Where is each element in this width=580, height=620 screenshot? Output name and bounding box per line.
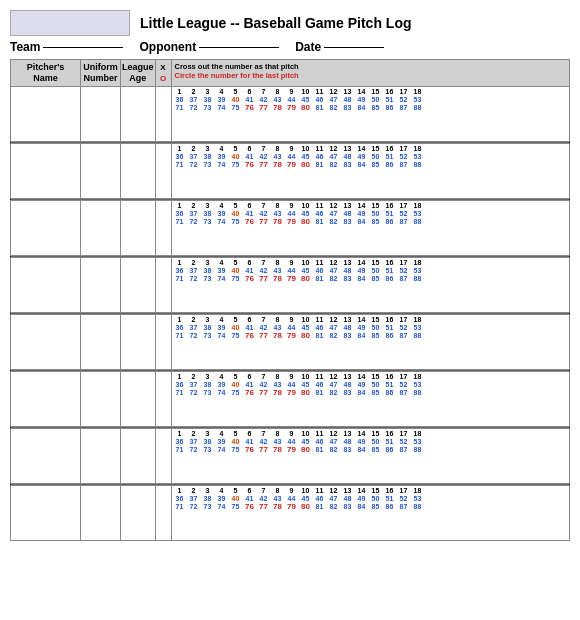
pitcher-name-cell[interactable] [11, 485, 81, 540]
pitch-num: 49 [355, 210, 369, 217]
pitch-num: 78 [271, 161, 285, 169]
pitch-num: 83 [341, 389, 355, 397]
pitch-num: 49 [355, 153, 369, 160]
pitcher-name-cell[interactable] [11, 143, 81, 198]
league-age-cell[interactable] [121, 143, 156, 198]
pitch-num: 86 [383, 218, 397, 226]
pitch-num: 76 [243, 389, 257, 397]
page-title: Little League -- Baseball Game Pitch Log [140, 15, 412, 31]
pitch-num: 4 [215, 430, 229, 437]
pitch-num: 72 [187, 275, 201, 283]
pitch-num: 74 [215, 332, 229, 340]
pitch-num: 41 [243, 381, 257, 388]
uniform-number-cell[interactable] [81, 428, 121, 483]
league-age-cell[interactable] [121, 428, 156, 483]
pitch-num: 77 [257, 275, 271, 283]
pitch-num: 8 [271, 316, 285, 323]
uniform-number-cell[interactable] [81, 371, 121, 426]
pitch-num: 7 [257, 88, 271, 95]
pitcher-name-cell[interactable] [11, 314, 81, 369]
pitch-num: 42 [257, 96, 271, 103]
team-line [43, 47, 123, 48]
pitch-num: 45 [299, 153, 313, 160]
pitch-num: 82 [327, 332, 341, 340]
pitch-num: 81 [313, 275, 327, 283]
pitch-num: 2 [187, 259, 201, 266]
uniform-number-cell[interactable] [81, 314, 121, 369]
pitch-numbers-cell: 1234567891011121314151617183637383940414… [171, 257, 569, 312]
pitch-num: 84 [355, 275, 369, 283]
pitch-num: 14 [355, 316, 369, 323]
pitch-num: 76 [243, 446, 257, 454]
pitch-num: 5 [229, 88, 243, 95]
pitch-num: 36 [173, 381, 187, 388]
pitch-num: 41 [243, 438, 257, 445]
pitch-num: 78 [271, 446, 285, 454]
pitch-num: 52 [397, 438, 411, 445]
pitch-num: 15 [369, 487, 383, 494]
pitch-num: 42 [257, 210, 271, 217]
pitch-num: 10 [299, 316, 313, 323]
pitch-num: 88 [411, 503, 425, 511]
league-age-cell[interactable] [121, 371, 156, 426]
pitch-num: 71 [173, 503, 187, 511]
pitch-num: 14 [355, 259, 369, 266]
league-age-cell[interactable] [121, 314, 156, 369]
opponent-field: Opponent [139, 40, 279, 54]
date-line [324, 47, 384, 48]
pitch-num: 36 [173, 96, 187, 103]
pitch-num: 71 [173, 275, 187, 283]
pitch-num: 82 [327, 503, 341, 511]
pitch-num: 81 [313, 446, 327, 454]
pitch-num: 16 [383, 316, 397, 323]
pitch-num: 78 [271, 218, 285, 226]
league-age-cell[interactable] [121, 86, 156, 141]
pitch-num: 75 [229, 389, 243, 397]
uniform-number-cell[interactable] [81, 485, 121, 540]
uniform-number-cell[interactable] [81, 86, 121, 141]
pitch-numbers-cell: 1234567891011121314151617183637383940414… [171, 371, 569, 426]
uniform-number-cell[interactable] [81, 200, 121, 255]
pitch-num: 9 [285, 88, 299, 95]
pitcher-name-cell[interactable] [11, 371, 81, 426]
pitch-num: 79 [285, 446, 299, 454]
pitch-num: 40 [229, 495, 243, 502]
pitch-num: 17 [397, 316, 411, 323]
pitch-num: 17 [397, 202, 411, 209]
table-row: 1234567891011121314151617183637383940414… [11, 314, 570, 369]
pitch-num: 41 [243, 96, 257, 103]
pitcher-name-cell[interactable] [11, 86, 81, 141]
pitch-num: 10 [299, 145, 313, 152]
pitch-num: 73 [201, 446, 215, 454]
pitch-num: 82 [327, 389, 341, 397]
uniform-number-cell[interactable] [81, 257, 121, 312]
pitch-num: 7 [257, 373, 271, 380]
league-age-cell[interactable] [121, 257, 156, 312]
pitcher-name-cell[interactable] [11, 428, 81, 483]
pitcher-name-cell[interactable] [11, 200, 81, 255]
pitch-num: 13 [341, 202, 355, 209]
pitch-num: 18 [411, 88, 425, 95]
header-pitch-desc: Cross out the number as that pitch Circl… [171, 60, 569, 87]
pitch-num: 47 [327, 324, 341, 331]
pitch-num: 72 [187, 446, 201, 454]
pitch-num: 85 [369, 446, 383, 454]
pitch-num: 41 [243, 210, 257, 217]
league-age-cell[interactable] [121, 485, 156, 540]
pitch-num: 72 [187, 104, 201, 112]
league-age-cell[interactable] [121, 200, 156, 255]
pitcher-name-cell[interactable] [11, 257, 81, 312]
pitch-num: 12 [327, 430, 341, 437]
pitch-num: 52 [397, 267, 411, 274]
pitch-num: 41 [243, 267, 257, 274]
pitch-num: 6 [243, 145, 257, 152]
pitch-num: 46 [313, 438, 327, 445]
pitch-num: 79 [285, 161, 299, 169]
pitch-num: 5 [229, 259, 243, 266]
pitch-num: 80 [299, 161, 313, 169]
pitch-num: 52 [397, 153, 411, 160]
pitch-num: 9 [285, 430, 299, 437]
uniform-number-cell[interactable] [81, 143, 121, 198]
pitch-num: 5 [229, 145, 243, 152]
pitch-num: 74 [215, 446, 229, 454]
